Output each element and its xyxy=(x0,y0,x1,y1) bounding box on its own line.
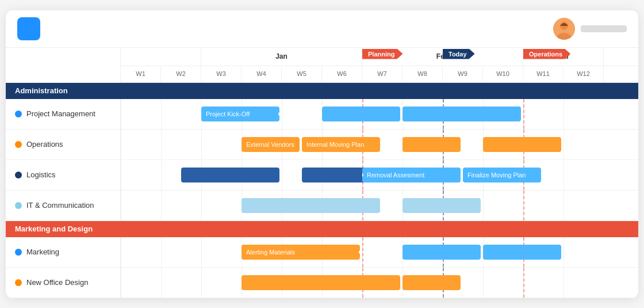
gantt-bar[interactable] xyxy=(483,245,561,260)
month-label xyxy=(121,48,201,66)
week-label: W9 xyxy=(443,66,483,82)
table-row: IT & Communication xyxy=(6,191,638,221)
gantt-bar[interactable]: Finalize Moving Plan xyxy=(463,168,541,182)
week-label: W5 xyxy=(282,66,322,82)
week-label: W10 xyxy=(483,66,523,82)
gantt-bar[interactable] xyxy=(402,137,461,152)
table-row: OperationsExternal VendorsInternal Movin… xyxy=(6,130,638,160)
section-label: Marketing and Design xyxy=(15,225,93,233)
row-label: Project Management xyxy=(26,109,95,118)
section-marketing-design: Marketing and Design xyxy=(6,221,638,237)
gantt-bar[interactable] xyxy=(241,198,380,213)
header xyxy=(6,10,638,48)
table-row: Project ManagementProject Kick-Off xyxy=(6,99,638,130)
row-label: Operations xyxy=(26,140,63,149)
week-label: W8 xyxy=(402,66,443,82)
gantt-header: JanFebMarPlanningTodayOperationsW1W2W3W4… xyxy=(6,48,638,83)
gantt-bar[interactable]: Internal Moving Plan xyxy=(302,137,380,152)
row-dot xyxy=(15,141,22,148)
week-label: W6 xyxy=(322,66,362,82)
table-row: MarketingAlerting Materials xyxy=(6,237,638,268)
app-container: JanFebMarPlanningTodayOperationsW1W2W3W4… xyxy=(6,10,638,298)
gantt-chart: JanFebMarPlanningTodayOperationsW1W2W3W4… xyxy=(6,48,638,298)
gantt-bar[interactable] xyxy=(402,107,521,121)
milestone-planning: Planning xyxy=(362,49,402,59)
row-label: IT & Communication xyxy=(26,201,94,210)
section-label: Administration xyxy=(15,86,68,95)
week-label: W3 xyxy=(201,66,241,82)
table-row: LogisticsRemoval AssesmentFinalize Movin… xyxy=(6,160,638,191)
week-label: W12 xyxy=(564,66,604,82)
week-label: W11 xyxy=(523,66,564,82)
row-dot xyxy=(15,202,22,209)
row-label: Logistics xyxy=(26,170,56,179)
table-row: New Office Design xyxy=(6,268,638,298)
milestone-operations: Operations xyxy=(523,49,570,59)
user-name xyxy=(581,25,627,32)
week-label: W2 xyxy=(161,66,201,82)
week-label: W7 xyxy=(362,66,402,82)
gantt-bar[interactable] xyxy=(181,168,279,182)
week-label: W1 xyxy=(121,66,161,82)
gantt-bar[interactable] xyxy=(322,107,400,121)
gantt-bar[interactable] xyxy=(402,275,461,290)
row-dot xyxy=(15,111,22,117)
gantt-bar[interactable]: Alerting Materials xyxy=(241,245,360,260)
gantt-bar[interactable] xyxy=(402,198,481,213)
avatar[interactable] xyxy=(553,18,575,40)
row-label: New Office Design xyxy=(26,278,88,287)
logo[interactable] xyxy=(17,17,40,40)
month-label: Jan xyxy=(201,48,362,66)
row-dot xyxy=(15,172,22,178)
gantt-bar[interactable]: Removal Assesment xyxy=(362,168,461,182)
section-administration: Administration xyxy=(6,83,638,99)
user-area xyxy=(553,18,627,40)
gantt-bar[interactable] xyxy=(241,275,400,290)
milestone-today: Today xyxy=(443,49,475,59)
gantt-bar[interactable]: Project Kick-Off xyxy=(201,107,279,121)
gantt-bar[interactable] xyxy=(483,137,561,152)
gantt-bar[interactable] xyxy=(402,245,481,260)
row-dot xyxy=(15,279,22,286)
row-dot xyxy=(15,249,22,256)
week-label: W4 xyxy=(241,66,282,82)
gantt-wrapper: JanFebMarPlanningTodayOperationsW1W2W3W4… xyxy=(6,48,638,298)
row-label: Marketing xyxy=(26,248,59,256)
gantt-bar[interactable]: External Vendors xyxy=(241,137,300,152)
